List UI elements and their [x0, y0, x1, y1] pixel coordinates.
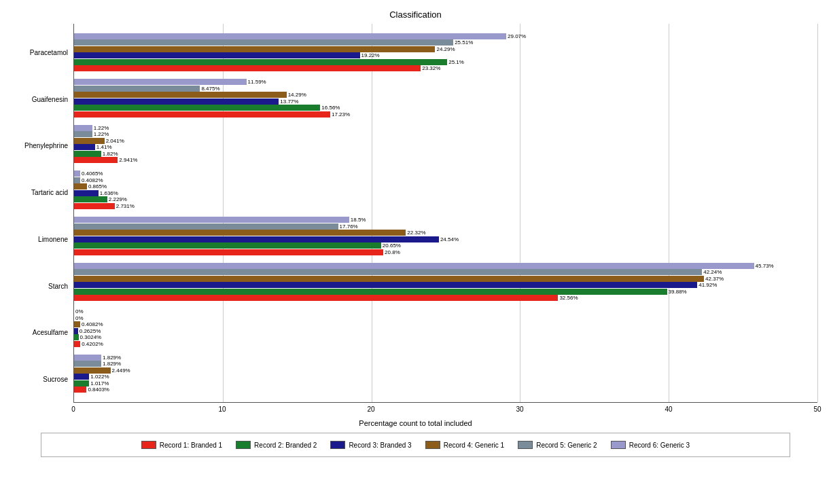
- legend-label: Record 4: Generic 1: [444, 442, 505, 449]
- legend-label: Record 5: Generic 2: [536, 442, 597, 449]
- chart-title: Classification: [0, 0, 831, 24]
- bar-fill: 1.22%: [74, 125, 92, 131]
- bar-row: 32.56%: [74, 295, 817, 301]
- legend-item: Record 3: Branded 3: [330, 441, 411, 449]
- bar-value-label: 11.59%: [247, 79, 266, 85]
- bar-row: 22.32%: [74, 230, 817, 236]
- bar-row: 42.37%: [74, 276, 817, 282]
- bar-row: 0.4065%: [74, 170, 817, 177]
- y-label: Guaifenesin: [32, 96, 68, 103]
- bar-value-label: 2.229%: [107, 196, 127, 202]
- x-tick-label: 10: [218, 406, 226, 413]
- bar-fill: 1.022%: [74, 374, 89, 380]
- x-tick-label: 40: [665, 406, 672, 413]
- bar-value-label: 42.24%: [702, 269, 722, 275]
- bar-value-label: 42.37%: [704, 276, 724, 282]
- bar-value-label: 0.4082%: [80, 321, 103, 327]
- bar-row: 0.3024%: [74, 334, 817, 340]
- bar-row: 8.475%: [74, 86, 817, 92]
- bar-row: 0.865%: [74, 183, 817, 190]
- bar-value-label: 24.29%: [435, 46, 455, 52]
- bar-fill: 20.65%: [74, 242, 381, 249]
- bar-row: 1.017%: [74, 380, 817, 386]
- bar-fill: 32.56%: [74, 295, 558, 301]
- bar-fill: 11.59%: [74, 79, 247, 85]
- y-axis-labels: ParacetamolGuaifenesinPhenylephrineTarta…: [7, 24, 73, 418]
- y-label: Phenylephrine: [24, 142, 68, 149]
- bar-value-label: 0.8403%: [86, 386, 109, 393]
- bar-fill: 17.23%: [74, 111, 330, 118]
- bar-value-label: 8.475%: [200, 86, 219, 92]
- bar-row: 41.92%: [74, 282, 817, 288]
- bar-row: 24.29%: [74, 46, 817, 52]
- legend-item: Record 2: Branded 2: [236, 441, 317, 449]
- bar-group: 0.4065%0.4082%0.865%1.636%2.229%2.731%: [74, 170, 817, 209]
- bar-fill: 0.4082%: [74, 177, 80, 183]
- bar-value-label: 1.022%: [89, 374, 109, 380]
- bar-row: 39.88%: [74, 289, 817, 295]
- y-label: Paracetamol: [30, 49, 68, 56]
- bar-value-label: 17.23%: [330, 111, 350, 118]
- bar-fill: 25.1%: [74, 59, 447, 65]
- x-tick-label: 20: [367, 406, 374, 413]
- bar-fill: 0.8403%: [74, 386, 86, 393]
- bar-group: 1.829%1.829%2.449%1.022%1.017%0.8403%: [74, 355, 817, 393]
- bar-value-label: 1.82%: [101, 151, 118, 157]
- bar-group: 45.73%42.24%42.37%41.92%39.88%32.56%: [74, 263, 817, 302]
- bar-value-label: 19.22%: [360, 52, 380, 58]
- bar-fill: 0.2625%: [74, 328, 78, 334]
- bar-fill: 41.92%: [74, 282, 697, 288]
- bar-row: 2.941%: [74, 157, 817, 163]
- bar-value-label: 1.22%: [92, 125, 109, 131]
- bar-value-label: 25.1%: [447, 59, 464, 65]
- bar-group: 18.5%17.76%22.32%24.54%20.65%20.8%: [74, 217, 817, 255]
- bar-row: 17.76%: [74, 223, 817, 230]
- bar-value-label: 17.76%: [338, 223, 358, 230]
- bar-fill: 2.449%: [74, 367, 111, 374]
- bar-row: 29.07%: [74, 33, 817, 39]
- bar-row: 1.829%: [74, 355, 817, 361]
- bar-row: 23.32%: [74, 65, 817, 71]
- bar-fill: 42.37%: [74, 276, 704, 282]
- bar-fill: 20.8%: [74, 249, 383, 255]
- bar-fill: 8.475%: [74, 86, 200, 92]
- bar-value-label: 1.017%: [89, 380, 109, 386]
- bar-value-label: 2.941%: [118, 157, 137, 163]
- bar-fill: 13.77%: [74, 98, 279, 105]
- bar-row: 13.77%: [74, 98, 817, 105]
- bar-value-label: 1.829%: [101, 361, 121, 367]
- bar-row: 11.59%: [74, 79, 817, 85]
- bar-fill: 2.041%: [74, 138, 105, 144]
- bar-row: 1.829%: [74, 361, 817, 367]
- bar-fill: 1.829%: [74, 361, 101, 367]
- bar-fill: 24.29%: [74, 46, 435, 52]
- bar-fill: 1.636%: [74, 190, 99, 196]
- bar-row: 1.41%: [74, 144, 817, 150]
- legend-color-box: [611, 441, 626, 449]
- bar-row: 1.22%: [74, 125, 817, 131]
- bar-group: 11.59%8.475%14.29%13.77%16.56%17.23%: [74, 79, 817, 118]
- bar-group: 29.07%25.51%24.29%19.22%25.1%23.32%: [74, 33, 817, 72]
- legend-color-box: [518, 441, 533, 449]
- bar-value-label: 0%: [74, 315, 84, 321]
- bar-fill: 22.32%: [74, 230, 406, 236]
- bar-fill: 45.73%: [74, 263, 754, 269]
- bar-value-label: 0.865%: [87, 183, 107, 190]
- bar-row: 16.56%: [74, 105, 817, 111]
- bar-value-label: 1.41%: [95, 144, 112, 150]
- legend-item: Record 5: Generic 2: [518, 441, 597, 449]
- bar-value-label: 1.22%: [92, 131, 109, 137]
- bar-value-label: 2.041%: [105, 138, 124, 144]
- bar-fill: 39.88%: [74, 289, 667, 295]
- bar-fill: 25.51%: [74, 39, 453, 46]
- bar-row: 1.022%: [74, 374, 817, 380]
- bar-value-label: 0.2625%: [78, 328, 101, 334]
- y-label: Sucrose: [43, 376, 68, 383]
- bar-fill: 2.229%: [74, 196, 107, 202]
- bar-row: 0.4082%: [74, 321, 817, 327]
- bar-row: 17.23%: [74, 111, 817, 118]
- bar-row: 19.22%: [74, 52, 817, 58]
- bar-row: 1.82%: [74, 151, 817, 157]
- bar-value-label: 0.3024%: [79, 334, 102, 340]
- bar-row: 0%: [74, 308, 817, 314]
